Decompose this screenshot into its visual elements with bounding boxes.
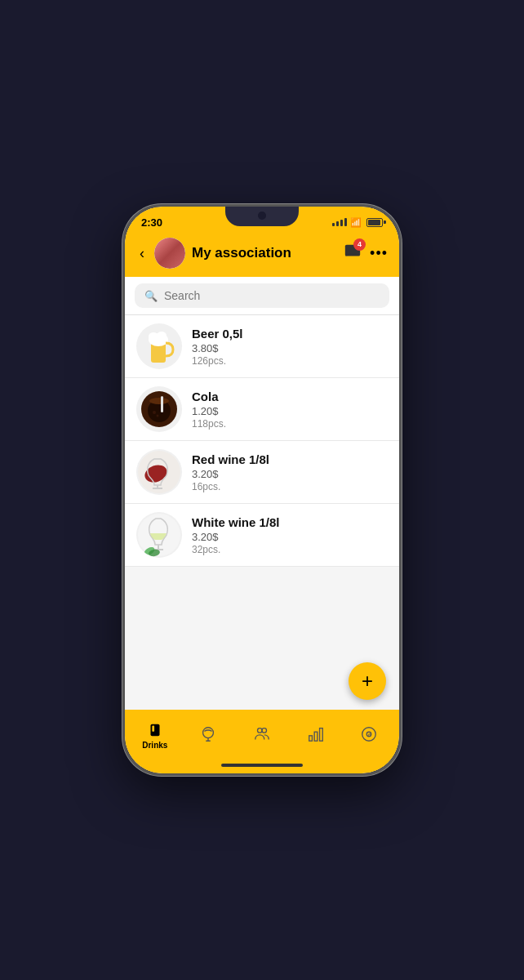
svg-point-23: [203, 728, 214, 738]
camera: [258, 212, 266, 220]
avatar-image: [154, 238, 185, 269]
more-button[interactable]: •••: [370, 245, 388, 262]
product-name: Cola: [192, 390, 388, 403]
product-price: 3.20$: [192, 468, 388, 480]
home-indicator: [125, 760, 399, 773]
product-price: 1.20$: [192, 405, 388, 417]
svg-point-25: [262, 728, 267, 733]
status-icons: 📶: [332, 217, 383, 228]
list-item[interactable]: Red wine 1/8l 3.20$ 16pcs.: [125, 441, 399, 504]
stats-icon: [307, 725, 325, 743]
product-qty: 118pcs.: [192, 418, 388, 430]
product-price: 3.80$: [192, 342, 388, 354]
product-info-white-wine: White wine 1/8l 3.20$ 32pcs.: [192, 515, 388, 555]
page-title: My association: [192, 245, 337, 261]
svg-rect-22: [152, 725, 154, 731]
search-input[interactable]: [164, 289, 380, 302]
phone-frame: 2:30 📶 ‹ My association: [122, 204, 402, 776]
svg-rect-26: [309, 736, 312, 741]
food-icon: [199, 725, 217, 743]
nav-label-drinks: Drinks: [142, 741, 167, 750]
product-qty: 32pcs.: [192, 544, 388, 555]
svg-point-5: [157, 332, 167, 340]
add-button[interactable]: +: [349, 662, 386, 700]
product-info-cola: Cola 1.20$ 118pcs.: [192, 390, 388, 430]
svg-point-8: [149, 398, 169, 404]
nav-item-members[interactable]: [235, 720, 289, 750]
notification-button[interactable]: 4: [344, 243, 362, 265]
svg-point-24: [257, 728, 262, 733]
list-item[interactable]: Beer 0,5l 3.80$ 126pcs.: [125, 315, 399, 378]
signal-icon: [332, 218, 347, 226]
search-icon: 🔍: [144, 290, 158, 302]
nav-item-drinks[interactable]: Drinks: [128, 716, 182, 755]
product-image-red-wine: [136, 449, 182, 495]
product-price: 3.20$: [192, 531, 388, 543]
svg-rect-21: [150, 724, 159, 736]
nav-item-food[interactable]: [182, 720, 236, 750]
bottom-nav: Drinks: [125, 710, 399, 760]
status-time: 2:30: [141, 216, 162, 229]
notification-badge: 4: [353, 238, 366, 251]
product-info-beer: Beer 0,5l 3.80$ 126pcs.: [192, 327, 388, 367]
notch: [225, 207, 299, 226]
svg-rect-9: [161, 396, 163, 412]
product-list: Beer 0,5l 3.80$ 126pcs.: [125, 315, 399, 661]
list-item[interactable]: Cola 1.20$ 118pcs.: [125, 378, 399, 441]
avatar: [154, 238, 185, 269]
product-image-cola: [136, 386, 182, 432]
product-qty: 126pcs.: [192, 355, 388, 367]
search-box: 🔍: [135, 283, 389, 308]
content-spacer: [125, 567, 399, 632]
product-name: Beer 0,5l: [192, 327, 388, 341]
svg-point-11: [157, 415, 159, 417]
nav-item-settings[interactable]: e: [342, 720, 396, 750]
svg-rect-28: [319, 728, 322, 742]
drinks-icon: [146, 721, 164, 739]
members-icon: [253, 725, 271, 743]
svg-text:e: e: [368, 731, 371, 738]
svg-point-10: [153, 411, 156, 414]
product-qty: 16pcs.: [192, 481, 388, 492]
wifi-icon: 📶: [350, 217, 362, 228]
product-image-white-wine: [136, 512, 182, 558]
settings-icon: e: [360, 725, 378, 743]
product-image-beer: [136, 323, 182, 369]
product-info-red-wine: Red wine 1/8l 3.20$ 16pcs.: [192, 452, 388, 492]
phone-screen: 2:30 📶 ‹ My association: [125, 207, 399, 773]
product-name: Red wine 1/8l: [192, 452, 388, 466]
list-item[interactable]: White wine 1/8l 3.20$ 32pcs.: [125, 504, 399, 567]
header: ‹ My association 4 •••: [125, 233, 399, 277]
nav-item-stats[interactable]: [289, 720, 343, 750]
header-icons: 4 •••: [344, 243, 388, 265]
back-button[interactable]: ‹: [136, 243, 148, 264]
svg-rect-27: [314, 732, 318, 741]
battery-icon: [366, 218, 383, 227]
product-name: White wine 1/8l: [192, 515, 388, 529]
fab-container: +: [125, 661, 399, 710]
search-container: 🔍: [125, 277, 399, 315]
home-bar: [221, 764, 303, 767]
